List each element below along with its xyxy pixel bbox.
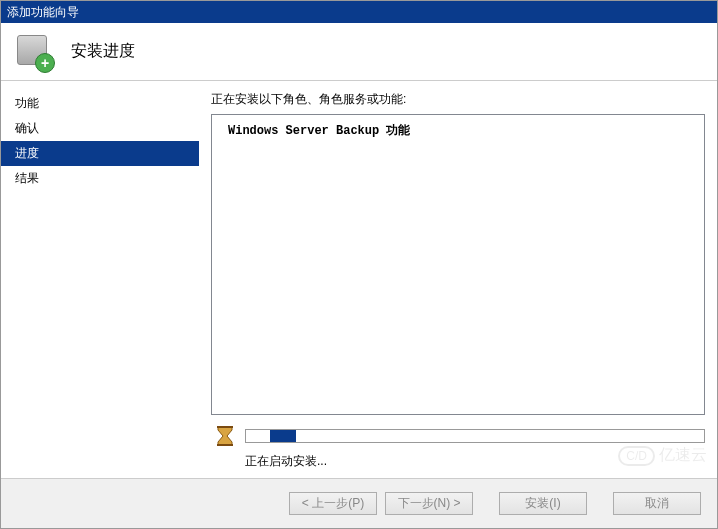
- install-button[interactable]: 安装(I): [499, 492, 587, 515]
- sidebar-item-results[interactable]: 结果: [1, 166, 199, 191]
- main-panel: 正在安装以下角色、角色服务或功能: Windows Server Backup …: [199, 81, 717, 478]
- progress-bar: [245, 429, 705, 443]
- sidebar-item-features[interactable]: 功能: [1, 91, 199, 116]
- progress-fill: [270, 430, 296, 442]
- window-title: 添加功能向导: [7, 5, 79, 19]
- server-plus-icon: +: [15, 33, 53, 71]
- prev-button[interactable]: < 上一步(P): [289, 492, 377, 515]
- wizard-footer: < 上一步(P) 下一步(N) > 安装(I) 取消: [1, 478, 717, 528]
- wizard-header: + 安装进度: [1, 23, 717, 81]
- wizard-sidebar: 功能 确认 进度 结果: [1, 81, 199, 478]
- window-title-bar: 添加功能向导: [1, 1, 717, 23]
- svg-rect-0: [217, 426, 233, 428]
- next-button[interactable]: 下一步(N) >: [385, 492, 473, 515]
- sidebar-item-confirm[interactable]: 确认: [1, 116, 199, 141]
- svg-rect-1: [217, 444, 233, 446]
- cancel-button[interactable]: 取消: [613, 492, 701, 515]
- sidebar-item-progress[interactable]: 进度: [1, 141, 199, 166]
- wizard-body: 功能 确认 进度 结果 正在安装以下角色、角色服务或功能: Windows Se…: [1, 81, 717, 478]
- install-listbox: Windows Server Backup 功能: [211, 114, 705, 415]
- list-item: Windows Server Backup 功能: [220, 121, 696, 140]
- progress-row: [211, 425, 705, 447]
- status-text: 正在启动安装...: [211, 453, 705, 470]
- installing-label: 正在安装以下角色、角色服务或功能:: [211, 91, 705, 108]
- hourglass-icon: [215, 425, 235, 447]
- page-title: 安装进度: [71, 41, 135, 62]
